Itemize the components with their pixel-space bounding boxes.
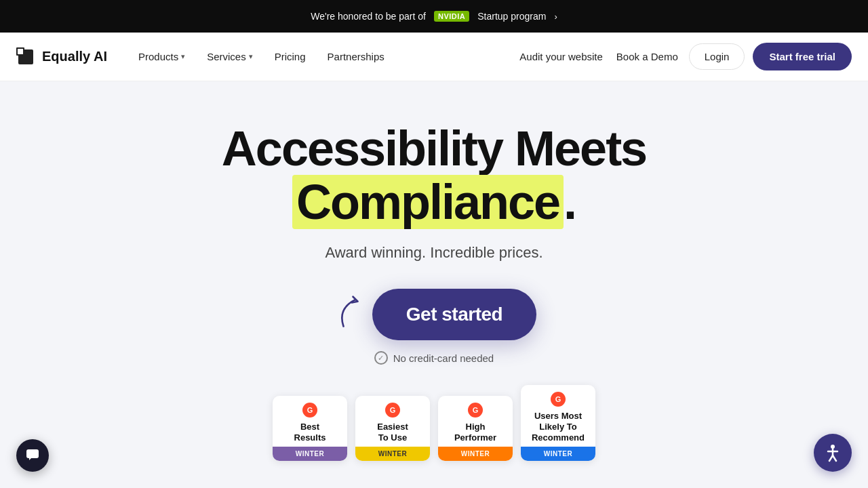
badge-title-2: HighPerformer [443,422,507,443]
badge-footer-3: WINTER [521,447,595,461]
badge-title-1: EasiestTo Use [361,422,425,443]
get-started-button[interactable]: Get started [372,289,536,340]
nav-services[interactable]: Services ▾ [197,45,262,68]
badge-high-performer: G HighPerformer WINTER [438,396,513,461]
nav-partnerships[interactable]: Partnerships [318,45,394,68]
svg-line-4 [829,455,833,461]
nav-right: Audit your website Book a Demo Login Sta… [517,43,852,70]
cta-arrow-icon [332,291,379,338]
cta-arrow-wrapper: Get started [332,289,536,340]
g2-logo-2: G [468,403,483,418]
top-banner: We're honored to be part of NVIDIA Start… [0,0,868,33]
banner-prefix: We're honored to be part of [311,11,426,22]
banner-chevron[interactable]: › [554,12,557,22]
badge-easiest: G EasiestTo Use WINTER [355,396,430,461]
checkmark-icon: ✓ [374,351,388,365]
logo-icon [16,47,35,66]
banner-suffix: Startup program [477,11,546,22]
logo-link[interactable]: Equally AI [16,47,107,66]
nav-products[interactable]: Products ▾ [129,45,195,68]
g2-logo-1: G [385,403,400,418]
badge-best-results: G BestResults WINTER [273,396,347,461]
svg-line-5 [833,455,836,461]
navbar: Equally AI Products ▾ Services ▾ Pricing… [0,33,868,81]
chat-icon [25,448,40,463]
badge-body-0: G BestResults [273,396,347,447]
no-cc-text: No credit-card needed [393,352,494,364]
badge-title-3: Users MostLikely ToRecommend [526,411,590,443]
nav-links: Products ▾ Services ▾ Pricing Partnershi… [129,45,517,68]
badge-footer-2: WINTER [438,447,513,461]
nvidia-logo: NVIDIA [434,11,469,22]
badge-footer-1: WINTER [355,447,430,461]
hero-title: Accessibility Meets Compliance. [129,122,739,229]
hero-section: Accessibility Meets Compliance. Award wi… [0,81,868,488]
products-chevron: ▾ [181,52,185,61]
hero-title-highlight: Compliance [292,175,564,229]
logo-text: Equally AI [42,49,107,64]
g2-logo-3: G [551,392,566,407]
logo-icon-sq [16,47,24,56]
cta-area: Get started ✓ No credit-card needed [332,289,536,365]
badges-row: G BestResults WINTER G EasiestTo Use WIN… [273,385,595,461]
badge-footer-0: WINTER [273,447,347,461]
svg-rect-0 [26,449,39,458]
login-button[interactable]: Login [689,43,745,70]
badge-body-3: G Users MostLikely ToRecommend [521,385,595,447]
audit-link[interactable]: Audit your website [517,45,606,68]
g2-logo-0: G [302,403,317,418]
badge-recommend: G Users MostLikely ToRecommend WINTER [521,385,595,461]
chat-bubble-button[interactable] [16,439,49,472]
hero-title-end: . [564,175,576,229]
trial-button[interactable]: Start free trial [753,43,852,70]
no-cc-notice: ✓ No credit-card needed [374,351,494,365]
badge-body-1: G EasiestTo Use [355,396,430,447]
accessibility-button[interactable] [814,434,852,472]
badge-body-2: G HighPerformer [438,396,513,447]
nav-pricing[interactable]: Pricing [265,45,315,68]
accessibility-icon [823,443,842,462]
demo-link[interactable]: Book a Demo [614,45,681,68]
hero-subtitle: Award winning. Incredible prices. [325,244,542,262]
services-chevron: ▾ [249,52,253,61]
badge-title-0: BestResults [278,422,342,443]
hero-title-part1: Accessibility Meets [222,121,646,176]
